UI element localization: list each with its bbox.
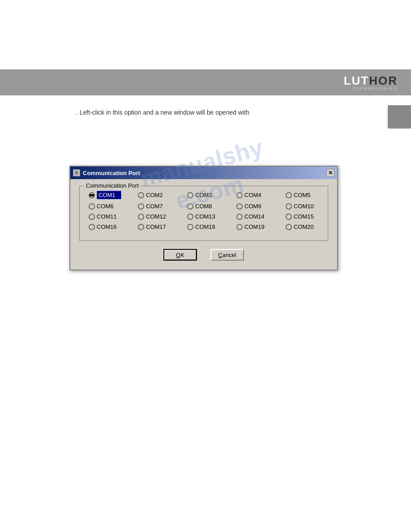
ok-button[interactable]: OK <box>163 249 197 261</box>
communication-port-dialog: B Communication Port ✕ Communication Por… <box>69 166 338 270</box>
radio-com3[interactable] <box>187 192 193 198</box>
radio-com19[interactable] <box>236 224 243 230</box>
radio-com10[interactable] <box>286 203 292 210</box>
radio-label-com15: COM15 <box>294 213 318 220</box>
top-banner: LUTHOR TECHNOLOGIES <box>0 69 411 95</box>
radio-item-com6[interactable]: COM6 <box>89 203 138 210</box>
radio-label-com8: COM8 <box>195 203 220 210</box>
com-row-4: COM16 COM17 COM18 COM19 <box>89 223 319 230</box>
radio-item-com9[interactable]: COM9 <box>236 203 286 210</box>
radio-label-com6: COM6 <box>97 203 121 210</box>
radio-item-com20[interactable]: COM20 <box>286 223 335 230</box>
radio-com12[interactable] <box>138 214 144 220</box>
radio-com14[interactable] <box>236 214 243 220</box>
radio-label-com10: COM10 <box>294 203 318 210</box>
group-box-label: Communication Port <box>84 182 141 189</box>
dialog-title-left: B Communication Port <box>73 169 140 176</box>
radio-item-com17[interactable]: COM17 <box>138 223 187 230</box>
radio-label-com4: COM4 <box>244 192 269 198</box>
dialog-close-button[interactable]: ✕ <box>326 169 334 177</box>
ok-label: OK <box>176 252 184 258</box>
logo-text: LUTHOR <box>344 75 398 86</box>
dialog-buttons: OK Cancel <box>79 249 328 261</box>
radio-label-com1: COM1 <box>97 191 121 199</box>
radio-label-com14: COM14 <box>244 213 269 220</box>
description-content: . Left-click in this option and a new wi… <box>76 109 249 116</box>
radio-com15[interactable] <box>286 214 292 220</box>
gray-square-decoration <box>388 105 411 129</box>
radio-com16[interactable] <box>89 224 95 230</box>
communication-port-group: Communication Port COM1 COM2 <box>79 186 328 241</box>
dialog-title-text: Communication Port <box>83 170 140 176</box>
com-row-1: COM1 COM2 COM3 COM4 <box>89 191 319 199</box>
radio-com11[interactable] <box>89 214 95 220</box>
radio-label-com19: COM19 <box>244 223 269 230</box>
radio-com2[interactable] <box>138 192 144 198</box>
description-text: . Left-click in this option and a new wi… <box>76 107 384 117</box>
radio-com5[interactable] <box>286 192 292 198</box>
radio-label-com3: COM3 <box>195 192 220 198</box>
radio-item-com8[interactable]: COM8 <box>187 203 236 210</box>
cancel-button[interactable]: Cancel <box>210 249 244 261</box>
radio-item-com15[interactable]: COM15 <box>286 213 335 220</box>
radio-item-com5[interactable]: COM5 <box>286 192 335 198</box>
radio-item-com13[interactable]: COM13 <box>187 213 236 220</box>
com-row-3: COM11 COM12 COM13 COM14 <box>89 213 319 220</box>
logo-lut: LUT <box>344 74 369 87</box>
radio-item-com4[interactable]: COM4 <box>236 192 286 198</box>
radio-com4[interactable] <box>236 192 243 198</box>
radio-com20[interactable] <box>286 224 292 230</box>
radio-label-com11: COM11 <box>97 213 121 220</box>
radio-label-com20: COM20 <box>294 223 318 230</box>
radio-com9[interactable] <box>236 203 243 210</box>
radio-label-com2: COM2 <box>146 192 171 198</box>
radio-com7[interactable] <box>138 203 144 210</box>
radio-item-com14[interactable]: COM14 <box>236 213 286 220</box>
radio-item-com16[interactable]: COM16 <box>89 223 138 230</box>
radio-item-com1[interactable]: COM1 <box>89 191 138 199</box>
logo: LUTHOR TECHNOLOGIES <box>344 75 398 90</box>
radio-com6[interactable] <box>89 203 95 210</box>
radio-item-com10[interactable]: COM10 <box>286 203 335 210</box>
radio-label-com7: COM7 <box>146 203 171 210</box>
radio-com18[interactable] <box>187 224 193 230</box>
radio-item-com2[interactable]: COM2 <box>138 192 187 198</box>
radio-item-com12[interactable]: COM12 <box>138 213 187 220</box>
radio-item-com18[interactable]: COM18 <box>187 223 236 230</box>
radio-item-com19[interactable]: COM19 <box>236 223 286 230</box>
radio-com13[interactable] <box>187 214 193 220</box>
radio-item-com3[interactable]: COM3 <box>187 192 236 198</box>
radio-label-com16: COM16 <box>97 223 121 230</box>
dialog-body: Communication Port COM1 COM2 <box>70 179 337 270</box>
radio-label-com17: COM17 <box>146 223 171 230</box>
radio-item-com11[interactable]: COM11 <box>89 213 138 220</box>
cancel-label: Cancel <box>218 252 236 258</box>
logo-hor: HOR <box>369 74 398 87</box>
logo-sub: TECHNOLOGIES <box>353 86 398 90</box>
radio-label-com12: COM12 <box>146 213 171 220</box>
com-row-2: COM6 COM7 COM8 COM9 <box>89 203 319 210</box>
radio-label-com18: COM18 <box>195 223 220 230</box>
dialog-titlebar: B Communication Port ✕ <box>70 167 337 179</box>
radio-com17[interactable] <box>138 224 144 230</box>
radio-item-com7[interactable]: COM7 <box>138 203 187 210</box>
radio-com8[interactable] <box>187 203 193 210</box>
radio-label-com5: COM5 <box>294 192 318 198</box>
radio-label-com9: COM9 <box>244 203 269 210</box>
dialog-window: B Communication Port ✕ Communication Por… <box>69 166 338 270</box>
radio-label-com13: COM13 <box>195 213 220 220</box>
dialog-app-icon: B <box>73 169 80 176</box>
radio-com1[interactable] <box>89 192 95 198</box>
